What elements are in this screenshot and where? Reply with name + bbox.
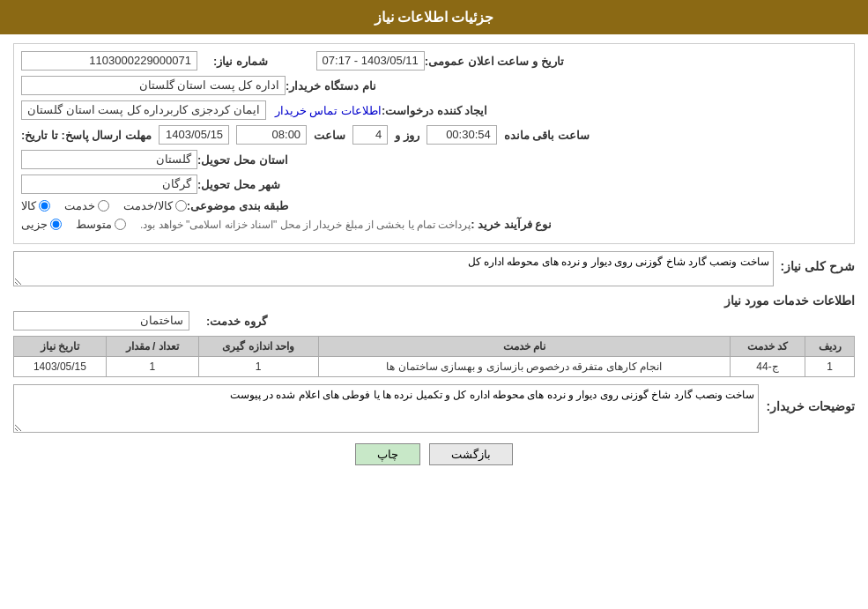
deadline-time: 08:00 xyxy=(236,125,307,145)
creator-label: ایجاد کننده درخواست: xyxy=(382,104,488,117)
process-note: پرداخت تمام یا بخشی از مبلغ خریدار از مح… xyxy=(140,219,471,231)
description-label: شرح کلی نیاز: xyxy=(781,259,855,273)
process-option-2[interactable]: متوسط xyxy=(76,218,126,231)
cell-date: 1403/05/15 xyxy=(14,357,107,377)
col-header-row: ردیف xyxy=(805,337,855,357)
deadline-label: مهلت ارسال پاسخ: تا تاریخ: xyxy=(21,129,152,142)
info-section: تاریخ و ساعت اعلان عمومی: 1403/05/11 - 0… xyxy=(13,43,855,244)
city-value: گرگان xyxy=(21,175,197,194)
contact-link[interactable]: اطلاعات تماس خریدار xyxy=(275,104,382,117)
service-group-label: گروه خدمت: xyxy=(197,315,267,328)
city-row: شهر محل تحویل: گرگان xyxy=(21,175,847,194)
subject-option-2[interactable]: خدمت xyxy=(64,199,109,212)
deadline-days-label: روز و xyxy=(395,129,419,142)
description-row: شرح کلی نیاز: xyxy=(13,251,855,286)
page-title: جزئیات اطلاعات نیاز xyxy=(375,10,494,25)
province-row: استان محل تحویل: گلستان xyxy=(21,150,847,169)
cell-row: 1 xyxy=(805,357,855,377)
subject-row: طبقه بندی موضوعی: کالا/خدمت خدمت کالا xyxy=(21,199,847,212)
service-group-value: ساختمان xyxy=(13,311,189,330)
print-button[interactable]: چاپ xyxy=(355,443,420,465)
subject-option-1[interactable]: کالا xyxy=(21,199,50,212)
city-label: شهر محل تحویل: xyxy=(197,178,280,191)
deadline-time-label: ساعت xyxy=(314,129,345,142)
buyer-notes-textarea[interactable] xyxy=(13,384,759,433)
province-label: استان محل تحویل: xyxy=(197,153,288,167)
process-row: نوع فرآیند خرید : پرداخت تمام یا بخشی از… xyxy=(21,218,847,231)
org-row: نام دستگاه خریدار: اداره کل پست استان گل… xyxy=(21,76,847,95)
col-header-date: تاریخ نیاز xyxy=(14,337,107,357)
buttons-row: بازگشت چاپ xyxy=(13,443,855,465)
subject-radio-group: کالا/خدمت خدمت کالا xyxy=(21,199,187,212)
deadline-days: 4 xyxy=(352,125,388,145)
creator-value: ایمان کردجزی کاربرداره کل پست استان گلست… xyxy=(21,100,266,120)
table-row: 1ج-44انجام کارهای متفرقه درخصوص بازسازی … xyxy=(14,357,855,377)
province-value: گلستان xyxy=(21,150,197,169)
process-radio-group: متوسط جزیی xyxy=(21,218,126,231)
col-header-unit: واحد اندازه گیری xyxy=(198,337,318,357)
services-title: اطلاعات خدمات مورد نیاز xyxy=(13,293,855,308)
page-header: جزئیات اطلاعات نیاز xyxy=(0,0,868,34)
back-button[interactable]: بازگشت xyxy=(429,443,513,465)
process-option-1[interactable]: جزیی xyxy=(21,218,62,231)
creator-row: ایجاد کننده درخواست: اطلاعات تماس خریدار… xyxy=(21,100,847,120)
deadline-remaining: 00:30:54 xyxy=(427,125,497,145)
subject-option-3[interactable]: کالا/خدمت xyxy=(123,199,187,212)
cell-code: ج-44 xyxy=(730,357,805,377)
deadline-remaining-label: ساعت باقی مانده xyxy=(504,129,590,142)
deadline-row: ساعت باقی مانده 00:30:54 روز و 4 ساعت 08… xyxy=(21,125,847,145)
description-section: شرح کلی نیاز: // Fill textarea after DOM… xyxy=(13,251,855,286)
services-table: ردیف کد خدمت نام خدمت واحد اندازه گیری ت… xyxy=(13,336,855,377)
announce-value: 1403/05/11 - 07:17 xyxy=(316,51,425,71)
cell-qty: 1 xyxy=(106,357,198,377)
cell-unit: 1 xyxy=(198,357,318,377)
subject-label: طبقه بندی موضوعی: xyxy=(187,199,289,212)
description-textarea[interactable] xyxy=(13,251,774,286)
col-header-code: کد خدمت xyxy=(730,337,805,357)
col-header-name: نام خدمت xyxy=(318,337,730,357)
id-row: تاریخ و ساعت اعلان عمومی: 1403/05/11 - 0… xyxy=(21,51,847,71)
org-label: نام دستگاه خریدار: xyxy=(286,79,376,93)
service-group-row: گروه خدمت: ساختمان xyxy=(13,311,855,330)
buyer-notes-label: توضیحات خریدار: xyxy=(766,399,855,413)
col-header-qty: تعداد / مقدار xyxy=(106,337,198,357)
id-label: شماره نیاز: xyxy=(197,55,268,68)
cell-name: انجام کارهای متفرقه درخصوص بازسازی و بهس… xyxy=(318,357,730,377)
deadline-date: 1403/05/15 xyxy=(159,125,229,145)
announce-label: تاریخ و ساعت اعلان عمومی: xyxy=(425,55,564,68)
id-value: 1103000229000071 xyxy=(21,51,197,71)
process-label: نوع فرآیند خرید : xyxy=(471,218,552,231)
buyer-notes-row: توضیحات خریدار: xyxy=(13,384,855,433)
org-value: اداره کل پست استان گلستان xyxy=(21,76,286,95)
